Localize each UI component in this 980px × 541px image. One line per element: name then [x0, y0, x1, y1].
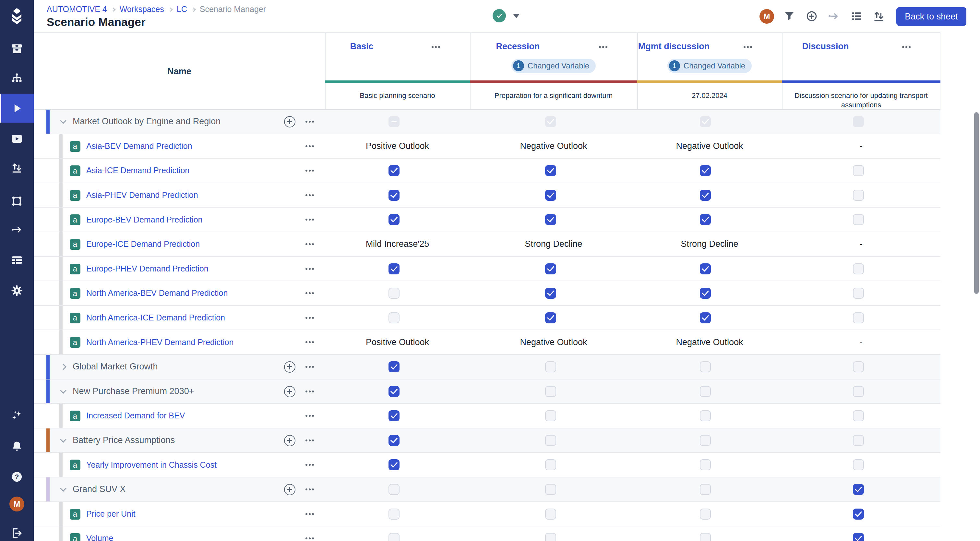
scenario-menu-button[interactable]	[602, 46, 604, 48]
scenario-checkbox[interactable]	[545, 484, 556, 495]
vertical-scrollbar-thumb[interactable]	[974, 112, 979, 294]
row-menu-button[interactable]	[309, 464, 311, 466]
assumption-link[interactable]: Increased Demand for BEV	[86, 404, 185, 428]
assumption-link[interactable]: Asia-BEV Demand Prediction	[86, 134, 192, 158]
scenario-checkbox[interactable]	[388, 435, 399, 446]
scenario-checkbox[interactable]	[700, 509, 711, 520]
sidebar-item-transfer[interactable]	[0, 153, 34, 181]
list-view-icon[interactable]	[849, 9, 864, 23]
scenario-checkbox[interactable]	[700, 190, 711, 201]
scenario-checkbox[interactable]	[700, 165, 711, 176]
sidebar-item-hierarchy[interactable]	[0, 64, 34, 93]
scenario-checkbox[interactable]	[388, 386, 399, 397]
assumption-link[interactable]: Asia-ICE Demand Prediction	[86, 159, 189, 183]
chevron-down-icon[interactable]	[60, 387, 67, 394]
assumption-link[interactable]: North America-BEV Demand Prediction	[86, 281, 228, 305]
scenario-checkbox[interactable]	[388, 361, 399, 372]
scenario-checkbox[interactable]	[700, 386, 711, 397]
scenario-checkbox[interactable]	[388, 312, 399, 323]
app-logo-icon[interactable]	[0, 3, 34, 29]
scenario-checkbox[interactable]	[388, 190, 399, 201]
chevron-down-icon[interactable]	[60, 436, 67, 443]
scenario-checkbox[interactable]	[388, 484, 399, 495]
scenario-checkbox[interactable]	[700, 484, 711, 495]
status-caret-down-icon[interactable]	[513, 14, 520, 18]
row-menu-button[interactable]	[309, 488, 311, 490]
chevron-down-icon[interactable]	[60, 485, 67, 492]
assumption-link[interactable]: Europe-PHEV Demand Prediction	[86, 257, 208, 281]
breadcrumb-project-link[interactable]: AUTOMOTIVE 4	[47, 5, 107, 14]
scenario-checkbox[interactable]	[853, 509, 864, 520]
group-name[interactable]: Grand SUV X	[73, 477, 126, 501]
scenario-name[interactable]: Discussion	[802, 41, 849, 52]
assumption-link[interactable]: Europe-ICE Demand Prediction	[86, 232, 200, 256]
sidebar-item-logout[interactable]	[0, 519, 34, 541]
scenario-checkbox[interactable]	[545, 410, 556, 421]
row-menu-button[interactable]	[309, 268, 311, 270]
add-assumption-button[interactable]	[284, 484, 296, 495]
scenario-checkbox[interactable]	[853, 165, 864, 176]
scenario-checkbox[interactable]	[853, 435, 864, 446]
row-menu-button[interactable]	[309, 538, 311, 539]
scenario-checkbox[interactable]	[388, 459, 399, 470]
scenario-checkbox[interactable]	[853, 263, 864, 274]
sidebar-item-video-player[interactable]	[0, 124, 34, 153]
sidebar-item-notifications[interactable]	[0, 432, 34, 461]
scenario-checkbox[interactable]	[700, 312, 711, 323]
breadcrumb-lc-link[interactable]: LC	[177, 5, 187, 14]
chevron-right-icon[interactable]	[60, 364, 67, 370]
row-menu-button[interactable]	[309, 243, 311, 245]
scenario-checkbox[interactable]	[545, 263, 556, 274]
scenario-checkbox[interactable]	[853, 312, 864, 323]
scenario-menu-button[interactable]	[747, 46, 749, 48]
add-scenario-icon[interactable]	[805, 9, 819, 23]
scenario-checkbox[interactable]	[545, 312, 556, 323]
filter-icon[interactable]	[782, 9, 797, 23]
row-menu-button[interactable]	[309, 145, 311, 147]
sidebar-item-archive[interactable]	[0, 34, 34, 63]
assumption-link[interactable]: Volume	[86, 527, 113, 541]
row-menu-button[interactable]	[309, 121, 311, 123]
scenario-checkbox[interactable]	[545, 509, 556, 520]
scenario-checkbox[interactable]	[700, 361, 711, 372]
assumption-link[interactable]: North America-ICE Demand Prediction	[86, 306, 225, 330]
scenario-checkbox[interactable]	[853, 484, 864, 495]
scenario-menu-button[interactable]	[435, 46, 437, 48]
scenario-checkbox[interactable]	[700, 435, 711, 446]
sidebar-avatar[interactable]: M	[0, 490, 34, 518]
scenario-checkbox[interactable]	[853, 190, 864, 201]
scenario-name[interactable]: Mgmt discussion	[638, 41, 710, 52]
scenario-checkbox[interactable]	[853, 361, 864, 372]
row-menu-button[interactable]	[309, 219, 311, 221]
row-menu-button[interactable]	[309, 292, 311, 294]
avatar[interactable]: M	[10, 496, 24, 511]
chevron-down-icon[interactable]	[60, 118, 67, 124]
row-menu-button[interactable]	[309, 366, 311, 368]
sidebar-item-table[interactable]	[0, 246, 34, 274]
scenario-checkbox[interactable]	[545, 190, 556, 201]
row-menu-button[interactable]	[309, 341, 311, 343]
scenario-checkbox[interactable]	[388, 165, 399, 176]
scenario-checkbox[interactable]	[700, 288, 711, 299]
scenario-checkbox[interactable]	[545, 361, 556, 372]
group-name[interactable]: Battery Price Assumptions	[73, 428, 175, 452]
assumption-link[interactable]: Yearly Improvement in Chassis Cost	[86, 453, 216, 477]
scenario-checkbox[interactable]	[853, 410, 864, 421]
scenario-checkbox[interactable]	[388, 509, 399, 520]
group-name[interactable]: Market Outlook by Engine and Region	[73, 110, 221, 134]
sidebar-item-sparkles[interactable]	[0, 401, 34, 430]
assumption-link[interactable]: Asia-PHEV Demand Prediction	[86, 183, 198, 207]
scenario-checkbox[interactable]	[388, 214, 399, 225]
sidebar-item-play[interactable]	[0, 94, 34, 123]
scenario-checkbox[interactable]	[388, 288, 399, 299]
group-name[interactable]: New Purchase Premium 2030+	[73, 379, 194, 404]
scenario-checkbox[interactable]	[700, 214, 711, 225]
scenario-name[interactable]: Recession	[496, 41, 539, 52]
scenario-checkbox[interactable]	[545, 165, 556, 176]
scenario-checkbox[interactable]	[545, 386, 556, 397]
row-menu-button[interactable]	[309, 513, 311, 515]
scenario-checkbox[interactable]	[388, 263, 399, 274]
scenario-checkbox[interactable]	[853, 533, 864, 541]
back-to-sheet-button[interactable]: Back to sheet	[896, 7, 966, 26]
scenario-checkbox[interactable]	[545, 533, 556, 541]
